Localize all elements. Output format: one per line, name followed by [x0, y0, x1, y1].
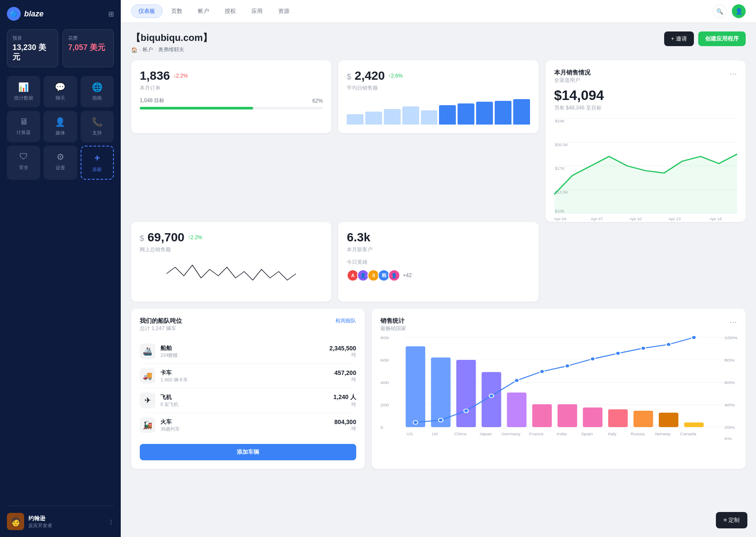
breadcrumb-accounts[interactable]: 帐户 — [143, 46, 153, 53]
nav-label-add: 添新 — [92, 166, 102, 173]
train-amount: 804,300 — [334, 418, 356, 425]
user-role: 反应开发者 — [28, 522, 52, 529]
nav-item-calculator[interactable]: 🖥 计算器 — [7, 111, 40, 142]
heroes-count: +42 — [403, 272, 411, 278]
svg-rect-38 — [558, 404, 577, 427]
orders-target: 1,048 目标 62% — [140, 97, 323, 104]
nav-label-security: 安全 — [19, 164, 28, 171]
monthly-value: $14,094 — [554, 87, 737, 103]
svg-text:US: US — [407, 432, 413, 436]
add-icon: + — [94, 153, 100, 164]
truck-amount: 457,200 — [334, 369, 356, 376]
plane-name: 飞机 — [160, 393, 179, 401]
net-sales-change: ↑2.2% — [188, 234, 202, 240]
svg-rect-41 — [634, 411, 653, 427]
support-icon: 📞 — [92, 117, 103, 127]
monthly-more-btn[interactable]: ⋯ — [729, 69, 737, 78]
orders-change: ↓2.2% — [173, 73, 188, 79]
train-icon: 🚂 — [140, 417, 155, 433]
svg-point-46 — [464, 409, 468, 413]
expense-card: 花费 7,057 美元 — [63, 29, 114, 67]
svg-rect-40 — [608, 409, 627, 427]
sales-stats-chart: 800 600 400 200 0 100% 80% 60% 40% 20% 0… — [380, 337, 737, 450]
tab-accounts[interactable]: 帐户 — [191, 4, 216, 18]
create-app-button[interactable]: 创建应用程序 — [698, 31, 746, 46]
stats-grid-row2: $ 69,700 ↑2.2% 网上总销售额 6.3k 本月新 — [131, 222, 746, 302]
orders-progress — [140, 107, 323, 109]
svg-text:20%: 20% — [725, 425, 735, 430]
tab-resources[interactable]: 资源 — [271, 4, 296, 18]
svg-rect-37 — [532, 404, 552, 427]
user-more-icon[interactable]: ⋮ — [108, 518, 114, 525]
bar-10 — [513, 99, 530, 125]
svg-text:Norway: Norway — [655, 432, 671, 436]
tab-auth[interactable]: 授权 — [218, 4, 243, 18]
svg-text:Canada: Canada — [680, 432, 696, 436]
svg-text:UK: UK — [432, 432, 438, 436]
customize-button[interactable]: ≡ 定制 — [716, 512, 747, 528]
main-content: 仪表板 页数 帐户 授权 应用 资源 🔍 👤 【biqubiqu.com】 🏠 … — [121, 0, 756, 537]
svg-text:60%: 60% — [725, 380, 735, 385]
fleet-link[interactable]: 检阅舰队 — [336, 317, 356, 325]
svg-text:200: 200 — [380, 403, 389, 407]
invite-button[interactable]: + 邀请 — [664, 31, 694, 46]
logo-icon: 🔷 — [7, 7, 21, 21]
ship-amount: 2,345,500 — [329, 345, 356, 352]
svg-text:Apr 16: Apr 16 — [709, 216, 721, 221]
nav-label-media: 媒体 — [56, 130, 65, 136]
orders-value: 1,836 — [140, 69, 170, 83]
breadcrumb-current: 奥弗维耶夫 — [158, 46, 184, 53]
svg-point-51 — [590, 357, 595, 361]
svg-text:Japan: Japan — [480, 432, 492, 436]
orders-progress-fill — [140, 107, 253, 109]
orders-card: 1,836 ↓2.2% 本月订单 1,048 目标 62% — [131, 60, 331, 133]
daily-sales-change: ↑2.6% — [388, 73, 402, 79]
nav-item-guide[interactable]: 🌐 指南 — [81, 76, 114, 107]
nav-item-settings[interactable]: ⚙ 设置 — [44, 146, 77, 180]
plane-count: 8 架飞机 — [160, 401, 179, 408]
nav-item-chat[interactable]: 💬 聊天 — [44, 76, 77, 107]
net-sales-value-row: $ 69,700 ↑2.2% — [140, 231, 323, 244]
expense-label: 花费 — [68, 35, 108, 41]
svg-point-47 — [489, 394, 494, 398]
fleet-item-plane: ✈ 飞机 8 架飞机 1,240 人 吨 — [140, 388, 356, 413]
today-heroes: 今日英雄 A 👤 S 韩 👤 +42 — [347, 259, 530, 281]
truck-value: 457,200 吨 — [334, 369, 356, 383]
svg-text:800: 800 — [380, 335, 389, 340]
fleet-card: 我们的船队吨位 总计 1,247 辆车 检阅舰队 🚢 船舶 234艘艘 — [131, 309, 365, 469]
add-vehicle-button[interactable]: 添加车辆 — [140, 444, 356, 460]
svg-text:Italy: Italy — [608, 432, 617, 436]
tab-pages[interactable]: 页数 — [164, 4, 189, 18]
bar-8 — [476, 102, 493, 125]
heroes-label: 今日英雄 — [347, 259, 530, 266]
monthly-sales-card: 本月销售情况 全渠道用户 ⋯ $14,094 另有 $48,346 至目标 — [546, 60, 746, 222]
media-icon: 👤 — [55, 117, 66, 127]
sales-stats-more-btn[interactable]: ⋯ — [729, 317, 737, 327]
nav-tabs: 仪表板 页数 帐户 授权 应用 资源 — [131, 4, 296, 18]
train-value: 804,300 吨 — [334, 418, 356, 432]
nav-user-avatar[interactable]: 👤 — [732, 4, 746, 18]
bar-7 — [458, 103, 474, 125]
tab-dashboard[interactable]: 仪表板 — [131, 4, 163, 18]
search-button[interactable]: 🔍 — [713, 4, 727, 18]
nav-label-chat: 聊天 — [56, 95, 65, 101]
tab-apps[interactable]: 应用 — [245, 4, 270, 18]
truck-icon: 🚚 — [140, 368, 155, 384]
fleet-sub: 总计 1,247 辆车 — [140, 325, 182, 332]
svg-rect-36 — [507, 393, 526, 427]
nav-item-support[interactable]: 📞 支持 — [81, 111, 114, 142]
daily-sales-chart — [347, 99, 530, 125]
svg-text:India: India — [557, 432, 567, 436]
logo-text: blaze — [24, 9, 44, 19]
bar-6 — [439, 105, 456, 125]
bar-9 — [495, 101, 511, 125]
header-settings-icon[interactable]: ⊞ — [108, 10, 114, 18]
budget-label: 预算 — [13, 35, 53, 41]
nav-item-security[interactable]: 🛡 安全 — [7, 146, 40, 180]
header-actions: + 邀请 创建应用程序 — [664, 31, 746, 46]
nav-item-media[interactable]: 👤 媒体 — [44, 111, 77, 142]
nav-item-add[interactable]: + 添新 — [81, 146, 114, 180]
sidebar: 🔷 blaze ⊞ 预算 13,230 美元 花费 7,057 美元 📊 统计数… — [0, 0, 121, 537]
svg-text:$24K: $24K — [555, 119, 565, 123]
nav-item-stats[interactable]: 📊 统计数据 — [7, 76, 40, 107]
